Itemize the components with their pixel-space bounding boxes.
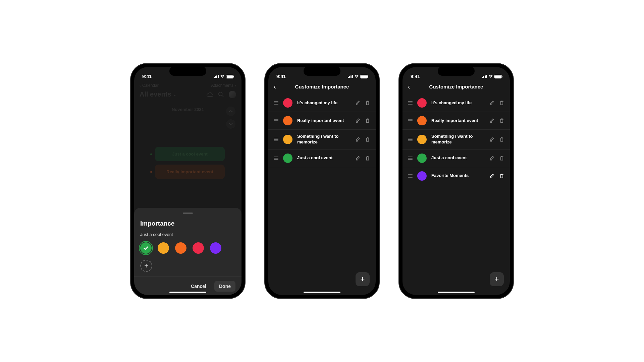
row-actions: [355, 137, 370, 142]
drag-handle-icon[interactable]: [408, 101, 413, 105]
sheet-handle[interactable]: [183, 213, 193, 214]
cloud-icon[interactable]: [207, 92, 213, 97]
color-circle: [283, 135, 292, 144]
trash-icon[interactable]: [499, 100, 504, 106]
importance-sheet: Importance Just a cool event + Cancel Do…: [134, 208, 241, 295]
drag-handle-icon[interactable]: [274, 157, 278, 160]
drag-handle-icon[interactable]: [274, 119, 278, 122]
color-circle: [417, 171, 427, 181]
status-icons: [348, 75, 368, 78]
trash-icon[interactable]: [499, 137, 504, 142]
done-button[interactable]: Done: [214, 281, 235, 292]
row-label: Really important event: [431, 118, 484, 124]
color-option-red[interactable]: [193, 242, 204, 254]
trash-icon[interactable]: [365, 137, 370, 142]
color-option-green[interactable]: [140, 242, 152, 254]
back-button[interactable]: ‹: [408, 83, 410, 90]
nav-back[interactable]: ‹ Calendar: [140, 83, 159, 88]
color-row: [140, 242, 235, 254]
trash-icon[interactable]: [365, 118, 370, 123]
add-button[interactable]: +: [490, 272, 504, 286]
wifi-icon: [354, 75, 359, 78]
svg-line-1: [222, 95, 224, 97]
color-option-orange[interactable]: [175, 242, 186, 254]
signal-icon: [348, 75, 353, 78]
notch: [304, 66, 340, 76]
top-nav: ‹ Calendar Attachments ›: [134, 82, 241, 89]
signal-icon: [482, 75, 487, 78]
color-option-purple[interactable]: [210, 242, 221, 254]
trash-icon[interactable]: [365, 100, 370, 106]
plus-icon: +: [495, 275, 499, 284]
sheet-subtitle: Just a cool event: [140, 232, 235, 237]
importance-list: It's changed my lifeReally important eve…: [402, 94, 510, 295]
edit-icon[interactable]: [489, 137, 494, 142]
home-indicator[interactable]: [438, 292, 475, 293]
cancel-button[interactable]: Cancel: [186, 281, 211, 292]
drag-handle-icon[interactable]: [408, 138, 413, 141]
trash-icon[interactable]: [499, 173, 504, 179]
status-time: 9:41: [142, 74, 152, 79]
event-pill[interactable]: Just a cool event: [155, 147, 225, 161]
drag-handle-icon[interactable]: [274, 101, 278, 105]
phone-mockup-1: 9:41 ‹ Calendar Attachments › Al: [131, 64, 245, 298]
page-title: Customize Importance: [408, 84, 504, 89]
list-row: Favorite Moments: [402, 167, 510, 185]
edit-icon[interactable]: [355, 156, 360, 161]
search-icon[interactable]: [218, 92, 224, 98]
down-arrow-button[interactable]: [226, 119, 235, 129]
nav-forward[interactable]: Attachments ›: [211, 83, 236, 88]
list-row: Really important event: [268, 112, 376, 130]
list-row: Something i want to memorize: [268, 130, 376, 149]
header-row: All events ⌄: [134, 89, 241, 101]
edit-icon[interactable]: [489, 173, 494, 179]
edit-icon[interactable]: [355, 137, 360, 142]
nav-forward-label: Attachments: [211, 83, 233, 88]
row-label: Favorite Moments: [431, 173, 484, 179]
home-indicator[interactable]: [304, 292, 340, 293]
edit-icon[interactable]: [489, 100, 494, 106]
row-actions: [489, 137, 504, 142]
row-actions: [489, 156, 504, 161]
importance-list: It's changed my lifeReally important eve…: [268, 94, 376, 295]
status-time: 9:41: [276, 74, 286, 79]
drag-handle-icon[interactable]: [408, 119, 413, 122]
edit-icon[interactable]: [489, 156, 494, 161]
header-icons: [207, 91, 236, 98]
status-icons: [482, 75, 502, 78]
add-color-button[interactable]: +: [140, 260, 152, 272]
phone-mockup-3: 9:41 ‹ Customize Importance It's changed…: [399, 64, 513, 298]
row-label: Just a cool event: [431, 155, 484, 161]
trash-icon[interactable]: [365, 156, 370, 161]
row-actions: [489, 100, 504, 106]
notch: [438, 66, 475, 76]
add-button[interactable]: +: [356, 272, 370, 286]
dimmed-background: ‹ Calendar Attachments › All events ⌄: [134, 82, 241, 182]
edit-icon[interactable]: [489, 118, 494, 123]
up-arrow-button[interactable]: [226, 107, 235, 116]
header-title-dropdown[interactable]: All events ⌄: [140, 90, 176, 98]
page-header: ‹ Customize Importance: [268, 82, 376, 94]
event-pill[interactable]: Really important event: [155, 165, 225, 179]
trash-icon[interactable]: [499, 118, 504, 123]
nav-back-label: Calendar: [142, 83, 159, 88]
drag-handle-icon[interactable]: [408, 174, 413, 178]
color-circle: [417, 98, 427, 108]
edit-icon[interactable]: [355, 118, 360, 123]
drag-handle-icon[interactable]: [408, 157, 413, 160]
sheet-actions: Cancel Done: [134, 277, 241, 292]
row-label: Something i want to memorize: [297, 134, 350, 145]
trash-icon[interactable]: [499, 156, 504, 161]
drag-handle-icon[interactable]: [274, 138, 278, 141]
phone-mockup-2: 9:41 ‹ Customize Importance It's changed…: [265, 64, 379, 298]
month-label: November 2021: [134, 101, 241, 113]
sheet-title: Importance: [140, 220, 235, 227]
avatar[interactable]: [229, 91, 236, 98]
list-row: Something i want to memorize: [402, 130, 510, 149]
color-option-yellow[interactable]: [158, 242, 169, 254]
home-indicator[interactable]: [169, 292, 206, 293]
back-button[interactable]: ‹: [274, 83, 276, 90]
list-row: Just a cool event: [402, 149, 510, 167]
nav-arrows: [226, 107, 235, 129]
edit-icon[interactable]: [355, 100, 360, 106]
